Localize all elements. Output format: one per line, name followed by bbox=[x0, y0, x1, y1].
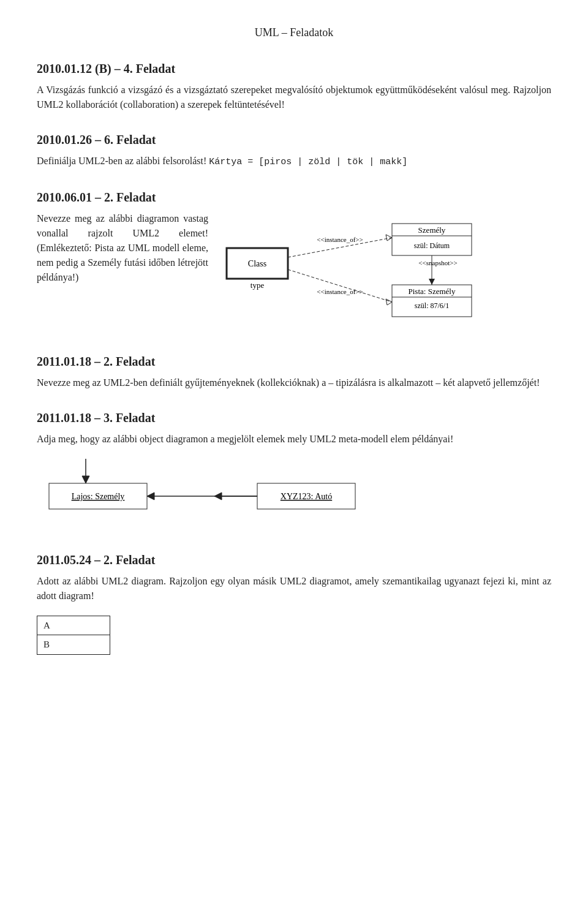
section-5: 2011.01.18 – 3. Feladat Adja meg, hogy a… bbox=[37, 409, 551, 532]
section-5-body: Adja meg, hogy az alábbi object diagramo… bbox=[37, 432, 551, 447]
section-3-heading: 2010.06.01 – 2. Feladat bbox=[37, 188, 551, 206]
section-2-body-text: Definiálja UML2-ben az alábbi felsorolás… bbox=[37, 156, 206, 166]
object-diagram-svg: Lajos: Személy XYZ123: Autó bbox=[37, 459, 392, 532]
section-3-diagram: Class type Személy szül: Dátum <<instanc… bbox=[221, 211, 551, 334]
section-2-code: Kártya = [piros | zöld | tök | makk] bbox=[209, 157, 407, 167]
section-5-heading: 2011.01.18 – 3. Feladat bbox=[37, 409, 551, 427]
section-3-content: Nevezze meg az alábbi diagramon vastag v… bbox=[37, 211, 551, 334]
svg-line-7 bbox=[288, 270, 392, 302]
section-1-body: A Vizsgázás funkció a vizsgázó és a vizs… bbox=[37, 83, 551, 112]
svg-marker-10 bbox=[429, 279, 435, 285]
lajos-box-label: Lajos: Személy bbox=[72, 492, 125, 501]
section-1-heading: 2010.01.12 (B) – 4. Feladat bbox=[37, 59, 551, 78]
snapshot-label: <<snapshot>> bbox=[418, 259, 457, 266]
class-b-label: B bbox=[37, 635, 110, 654]
section-3: 2010.06.01 – 2. Feladat Nevezze meg az a… bbox=[37, 188, 551, 334]
pista-attr: szül: 87/6/1 bbox=[415, 301, 449, 310]
instance-of-1-label: <<instance_of>> bbox=[317, 236, 363, 243]
section-2-heading: 2010.01.26 – 6. Feladat bbox=[37, 130, 551, 149]
section-6-body: Adott az alábbi UML2 diagram. Rajzoljon … bbox=[37, 574, 551, 603]
class-label: Class bbox=[248, 259, 266, 268]
section-4-heading: 2011.01.18 – 2. Feladat bbox=[37, 352, 551, 371]
section-4-body: Nevezze meg az UML2-ben definiált gyűjte… bbox=[37, 375, 551, 390]
uml-instance-diagram: Class type Személy szül: Dátum <<instanc… bbox=[221, 211, 478, 334]
svg-marker-14 bbox=[147, 492, 154, 500]
pista-label: Pista: Személy bbox=[409, 287, 456, 296]
inheritance-diagram: A B bbox=[37, 616, 110, 655]
szemely-label: Személy bbox=[418, 225, 446, 235]
section-1: 2010.01.12 (B) – 4. Feladat A Vizsgázás … bbox=[37, 59, 551, 112]
xyz-box-label: XYZ123: Autó bbox=[281, 492, 332, 501]
type-label: type bbox=[251, 281, 265, 290]
object-diagram: Lajos: Személy XYZ123: Autó bbox=[37, 459, 551, 532]
instance-of-2-label: <<instance_of>> bbox=[317, 288, 363, 295]
szemely-attr: szül: Dátum bbox=[414, 241, 450, 250]
class-a-label: A bbox=[37, 616, 110, 636]
section-2-body: Definiálja UML2-ben az alábbi felsorolás… bbox=[37, 154, 551, 170]
page-title: UML – Feladatok bbox=[37, 25, 551, 41]
section-2: 2010.01.26 – 6. Feladat Definiálja UML2-… bbox=[37, 130, 551, 170]
section-4: 2011.01.18 – 2. Feladat Nevezze meg az U… bbox=[37, 352, 551, 390]
section-6: 2011.05.24 – 2. Feladat Adott az alábbi … bbox=[37, 551, 551, 655]
svg-marker-18 bbox=[214, 492, 222, 500]
section-3-body: Nevezze meg az alábbi diagramon vastag v… bbox=[37, 211, 208, 285]
section-6-heading: 2011.05.24 – 2. Feladat bbox=[37, 551, 551, 569]
svg-marker-16 bbox=[82, 476, 89, 483]
